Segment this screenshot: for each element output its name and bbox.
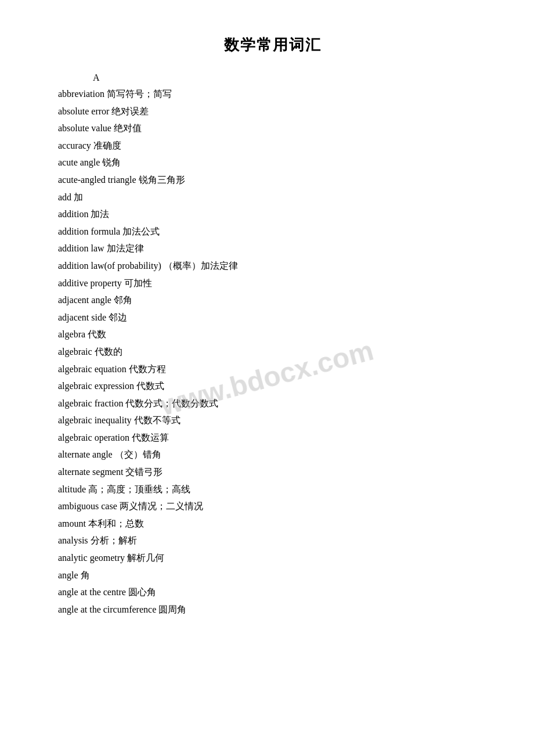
list-item: alternate angle （交）错角	[58, 446, 488, 463]
list-item: absolute error 绝对误差	[58, 103, 488, 120]
list-item: abbreviation 简写符号；简写	[58, 85, 488, 103]
list-item: accuracy 准确度	[58, 137, 488, 154]
list-item: algebra 代数	[58, 326, 488, 343]
list-item: analysis 分析；解析	[58, 532, 488, 549]
list-item: angle 角	[58, 567, 488, 584]
list-item: addition formula 加法公式	[58, 223, 488, 240]
list-item: additive property 可加性	[58, 275, 488, 292]
list-item: algebraic fraction 代数分式；代数分数式	[58, 395, 488, 412]
list-item: algebraic equation 代数方程	[58, 361, 488, 378]
list-item: adjacent angle 邻角	[58, 291, 488, 309]
list-item: angle at the centre 圆心角	[58, 584, 488, 601]
list-item: algebraic 代数的	[58, 343, 488, 361]
list-item: acute-angled triangle 锐角三角形	[58, 171, 488, 189]
list-item: angle at the circumference 圆周角	[58, 601, 488, 618]
list-item: amount 本利和；总数	[58, 515, 488, 532]
list-item: add 加	[58, 189, 488, 206]
list-item: absolute value 绝对值	[58, 120, 488, 137]
list-item: acute angle 锐角	[58, 154, 488, 171]
list-item: altitude 高；高度；顶垂线；高线	[58, 481, 488, 498]
list-item: algebraic inequality 代数不等式	[58, 412, 488, 429]
list-item: addition law 加法定律	[58, 240, 488, 257]
list-item: algebraic operation 代数运算	[58, 429, 488, 447]
section-letter-a: A	[93, 73, 488, 83]
list-item: algebraic expression 代数式	[58, 377, 488, 395]
term-list: abbreviation 简写符号；简写absolute error 绝对误差a…	[58, 85, 488, 618]
list-item: analytic geometry 解析几何	[58, 549, 488, 567]
list-item: ambiguous case 两义情况；二义情况	[58, 498, 488, 515]
page-title: 数学常用词汇	[58, 35, 488, 55]
list-item: adjacent side 邻边	[58, 309, 488, 326]
list-item: alternate segment 交错弓形	[58, 463, 488, 481]
list-item: addition law(of probability) （概率）加法定律	[58, 257, 488, 275]
list-item: addition 加法	[58, 206, 488, 223]
